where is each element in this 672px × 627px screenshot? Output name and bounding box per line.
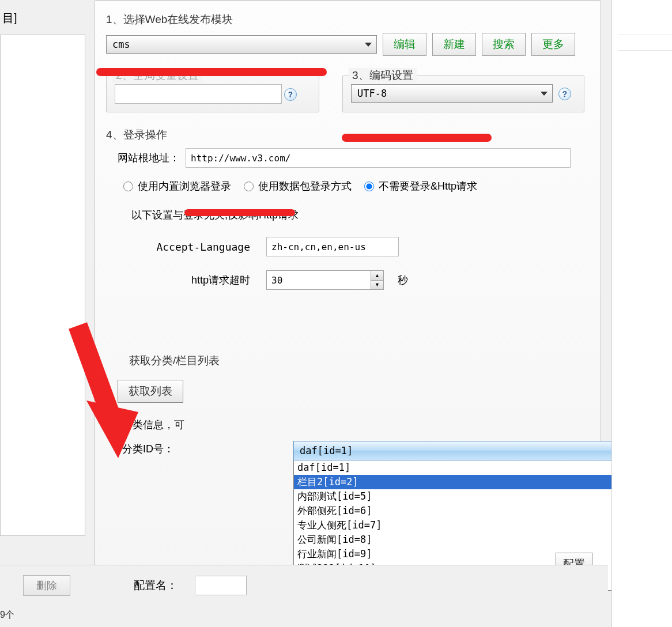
search-button[interactable]: 搜索 xyxy=(482,33,526,56)
left-panel-fragment: 目] xyxy=(0,0,89,553)
annotation-underline xyxy=(96,68,327,76)
root-url-label: 网站根地址： xyxy=(118,151,180,165)
global-vars-fieldset: 2、全局变量设置 ? xyxy=(106,75,319,112)
http-timeout-input[interactable] xyxy=(267,271,371,289)
combo-option[interactable]: 公司新闻[id=8] xyxy=(294,532,645,547)
combo-option[interactable]: 栏目2[id=2] xyxy=(294,475,645,489)
section1-label: 1、选择Web在线发布模块 xyxy=(106,12,589,27)
new-button[interactable]: 新建 xyxy=(432,33,476,56)
help-icon[interactable]: ? xyxy=(284,88,297,101)
combo-option[interactable]: 专业人侧死[id=7] xyxy=(294,518,645,532)
category-combo-value: daf[id=1] xyxy=(300,445,353,456)
combo-option[interactable]: daf[id=1] xyxy=(294,460,645,475)
encoding-dropdown[interactable]: UTF-8 xyxy=(351,84,553,103)
config-name-input[interactable] xyxy=(195,576,247,595)
chevron-down-icon xyxy=(365,43,372,47)
chevron-down-icon xyxy=(541,92,548,96)
http-timeout-label: http请求超时 xyxy=(141,273,250,287)
web-module-value: cms xyxy=(112,39,130,50)
bottom-toolbar: 删除 配置名： xyxy=(0,565,608,605)
category-id-label: 分类ID号： xyxy=(122,442,174,456)
edit-button[interactable]: 编辑 xyxy=(383,33,426,56)
get-list-button[interactable]: 获取列表 xyxy=(118,380,183,403)
right-panel-row xyxy=(618,35,672,51)
combo-option[interactable]: 内部测试[id=5] xyxy=(294,489,645,504)
more-button[interactable]: 更多 xyxy=(531,33,575,56)
http-timeout-spinner[interactable]: ▲ ▼ xyxy=(266,270,384,290)
radio-input[interactable] xyxy=(364,182,374,191)
category-combo-head[interactable]: daf[id=1] xyxy=(293,441,645,460)
category-info-label: 分类信息，可 xyxy=(122,418,589,432)
radio-input[interactable] xyxy=(244,182,254,191)
delete-button[interactable]: 删除 xyxy=(23,575,70,596)
help-icon[interactable]: ? xyxy=(558,88,571,100)
combo-option[interactable]: 外部侧死[id=6] xyxy=(294,504,645,518)
accept-language-label: Accept-Language xyxy=(141,241,250,253)
root-url-input[interactable] xyxy=(186,148,571,168)
window-title-fragment: 目] xyxy=(2,10,17,26)
radio-input[interactable] xyxy=(123,182,133,191)
encoding-fieldset: 3、编码设置 UTF-8 ? xyxy=(342,75,584,112)
annotation-underline xyxy=(342,134,492,142)
main-form-panel: 1、选择Web在线发布模块 cms 编辑 新建 搜索 更多 2、全局变量设置 ?… xyxy=(94,0,601,605)
right-panel-fragment xyxy=(611,0,672,627)
section5-label: 获取分类/栏目列表 xyxy=(129,353,589,368)
radio-browser-login[interactable]: 使用内置浏览器登录 xyxy=(123,179,231,193)
section3-label: 3、编码设置 xyxy=(349,68,417,83)
radio-no-login[interactable]: 不需要登录&Http请求 xyxy=(364,179,477,193)
encoding-value: UTF-8 xyxy=(357,88,387,99)
left-listbox[interactable] xyxy=(0,35,85,536)
annotation-underline xyxy=(184,209,295,216)
timeout-unit: 秒 xyxy=(398,273,408,287)
config-name-label: 配置名： xyxy=(134,578,178,593)
spinner-up-icon[interactable]: ▲ xyxy=(371,271,383,281)
spinner-down-icon[interactable]: ▼ xyxy=(371,281,383,290)
radio-packet-login[interactable]: 使用数据包登录方式 xyxy=(244,179,352,193)
accept-language-input[interactable] xyxy=(266,237,399,256)
status-text-fragment: 9个 xyxy=(0,609,14,621)
web-module-dropdown[interactable]: cms xyxy=(106,35,377,54)
global-vars-input[interactable] xyxy=(115,84,282,104)
